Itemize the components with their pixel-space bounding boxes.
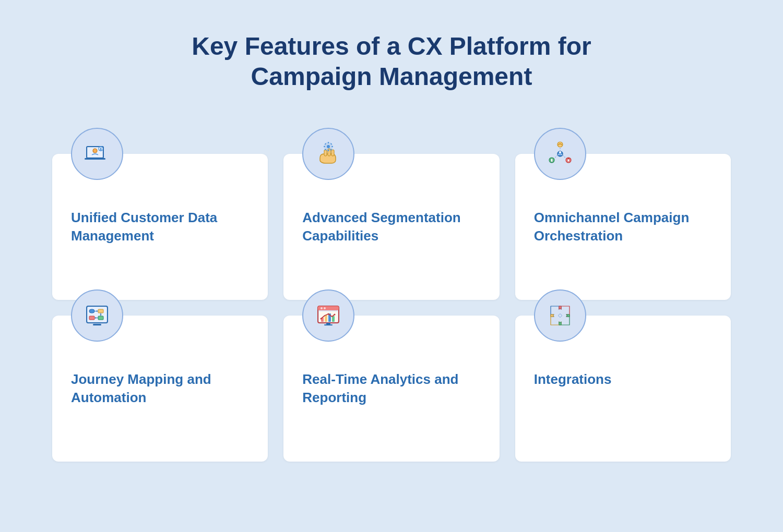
unified-data-icon-circle: [71, 128, 123, 180]
svg-rect-5: [99, 148, 100, 150]
svg-rect-12: [328, 142, 329, 143]
svg-rect-14: [324, 146, 325, 147]
journey-icon-circle: [71, 289, 123, 342]
svg-rect-25: [551, 162, 552, 162]
svg-rect-57: [326, 323, 330, 324]
unified-data-icon: [82, 139, 112, 168]
svg-rect-2: [85, 158, 105, 160]
svg-rect-34: [89, 309, 94, 313]
integrations-icon-circle: [534, 289, 586, 342]
omnichannel-icon: [545, 139, 575, 168]
svg-line-31: [563, 155, 566, 158]
page-title: Key Features of a CX Platform for Campai…: [192, 31, 591, 91]
card-realtime-analytics: Real-Time Analytics and Reporting: [283, 316, 499, 462]
svg-rect-37: [98, 309, 103, 313]
card-integrations: Integrations: [515, 316, 731, 462]
segmentation-icon: [314, 139, 343, 168]
svg-rect-40: [98, 316, 103, 320]
svg-point-48: [324, 307, 326, 309]
svg-point-47: [321, 307, 323, 309]
card-unified-customer-data: Unified Customer Data Management: [52, 154, 268, 300]
card-advanced-segmentation: Advanced Segmentation Capabilities: [283, 154, 499, 300]
card-omnichannel: Omnichannel Campaign Orchestration: [515, 154, 731, 300]
integrations-icon: [545, 301, 575, 330]
svg-rect-6: [102, 148, 103, 150]
card-title-unified: Unified Customer Data Management: [71, 209, 249, 245]
svg-point-54: [321, 318, 322, 320]
svg-rect-9: [331, 150, 334, 156]
card-title-integrations: Integrations: [534, 370, 612, 389]
card-title-segmentation: Advanced Segmentation Capabilities: [302, 209, 480, 245]
card-title-omnichannel: Omnichannel Campaign Orchestration: [534, 209, 712, 245]
feature-grid: Unified Customer Data Management: [52, 154, 731, 462]
journey-icon: [82, 301, 112, 330]
svg-rect-15: [331, 146, 333, 147]
svg-rect-53: [332, 316, 335, 322]
card-title-analytics: Real-Time Analytics and Reporting: [302, 370, 480, 407]
svg-rect-24: [551, 159, 553, 162]
page-wrapper: Key Features of a CX Platform for Campai…: [0, 0, 783, 532]
svg-rect-58: [324, 324, 333, 325]
svg-rect-13: [328, 150, 329, 151]
card-journey-mapping: Journey Mapping and Automation: [52, 316, 268, 462]
svg-rect-41: [89, 316, 94, 320]
svg-line-30: [554, 155, 557, 158]
svg-point-55: [328, 313, 329, 315]
svg-point-56: [334, 314, 336, 316]
card-title-journey: Journey Mapping and Automation: [71, 370, 249, 407]
analytics-icon-circle: [302, 289, 354, 342]
analytics-icon: [314, 301, 343, 330]
segmentation-icon-circle: [302, 128, 354, 180]
svg-point-21: [559, 151, 561, 153]
svg-rect-27: [567, 159, 570, 162]
svg-rect-44: [93, 324, 101, 325]
svg-point-3: [93, 149, 97, 153]
omnichannel-icon-circle: [534, 128, 586, 180]
svg-point-11: [327, 145, 330, 148]
svg-rect-51: [325, 315, 327, 322]
